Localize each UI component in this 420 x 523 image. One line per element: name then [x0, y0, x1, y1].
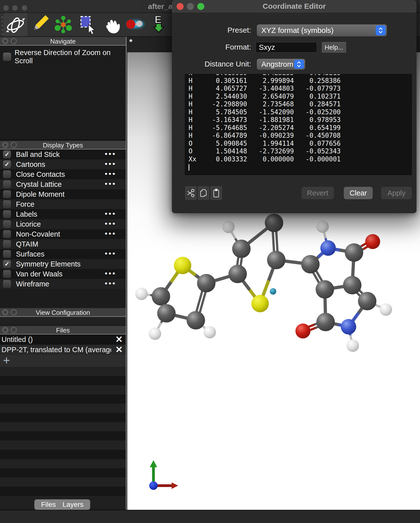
- draw-tool-button[interactable]: [27, 13, 51, 36]
- settings-dots-button[interactable]: •••: [105, 150, 116, 158]
- help-button[interactable]: Help...: [322, 42, 346, 53]
- coordinate-row: H 4.065727 -3.404803 -0.077973: [189, 85, 412, 93]
- clear-button[interactable]: Clear: [344, 187, 373, 199]
- settings-dots-button[interactable]: •••: [105, 160, 116, 168]
- zoom-window-icon[interactable]: [22, 5, 27, 11]
- coordinate-row: H 2.544030 2.654079 0.102371: [189, 93, 412, 101]
- settings-dots-button[interactable]: •••: [105, 229, 116, 238]
- display-type-checkbox[interactable]: ✓: [3, 260, 11, 268]
- dialog-titlebar[interactable]: Coordinate Editor: [172, 0, 417, 13]
- settings-dots-button[interactable]: •••: [105, 219, 116, 228]
- file-row[interactable]: Untitled ()✕: [0, 334, 126, 345]
- display-type-checkbox[interactable]: [3, 220, 11, 228]
- display-type-row: Surfaces•••: [0, 249, 126, 259]
- distance-unit-dropdown[interactable]: Angstrom: [257, 59, 305, 70]
- display-type-checkbox[interactable]: [3, 210, 11, 218]
- tab-files[interactable]: Files: [41, 501, 56, 509]
- display-type-checkbox[interactable]: [3, 170, 11, 178]
- coordinate-row: H -5.764685 -2.205274 0.654199: [189, 124, 412, 132]
- dropdown-stepper-icon: [294, 60, 304, 69]
- rotate-icon: [4, 13, 27, 36]
- atom-c: [228, 265, 247, 283]
- display-type-checkbox[interactable]: [3, 240, 11, 248]
- display-type-row: Dipole Moment: [0, 189, 126, 199]
- atom-c: [343, 276, 361, 294]
- atom-c: [157, 304, 176, 323]
- toolbar-drag-handle[interactable]: [1, 16, 3, 35]
- format-value: Sxyz: [259, 43, 275, 52]
- reverse-zoom-checkbox[interactable]: [3, 53, 11, 61]
- cut-button[interactable]: [185, 187, 196, 199]
- bond-centric-tool-button[interactable]: [123, 13, 147, 36]
- manipulate-tool-button[interactable]: [51, 13, 75, 36]
- display-type-row: Crystal Lattice•••: [0, 179, 126, 189]
- minimize-window-icon[interactable]: [12, 5, 18, 11]
- display-type-checkbox[interactable]: ✓: [3, 160, 11, 168]
- atom-c: [345, 243, 363, 262]
- atom-c: [316, 313, 335, 331]
- files-list: Untitled ()✕DPP-2T, translated to CM (av…: [0, 334, 126, 355]
- settings-dots-button[interactable]: •••: [105, 279, 116, 288]
- display-type-label: Dipole Moment: [16, 190, 65, 198]
- hand-tool-button[interactable]: [99, 13, 123, 36]
- display-type-checkbox[interactable]: [3, 230, 11, 238]
- atom-c: [267, 251, 285, 269]
- panel-title: Navigate: [0, 38, 126, 45]
- format-label: Format:: [172, 43, 251, 51]
- format-input[interactable]: Sxyz: [256, 42, 317, 53]
- coordinates-textarea[interactable]: N 3.619989 2.425233 0.043218H 0.305161 2…: [185, 74, 412, 175]
- revert-button[interactable]: Revert: [301, 187, 334, 199]
- display-type-label: Non-Covalent: [16, 230, 60, 238]
- atom-s: [251, 295, 269, 312]
- coordinate-row: H -2.298890 2.735468 0.284571: [189, 100, 412, 108]
- tab-layers[interactable]: Layers: [63, 501, 83, 509]
- close-file-button[interactable]: ✕: [115, 346, 123, 353]
- paste-button[interactable]: [211, 187, 222, 199]
- settings-dots-button[interactable]: •••: [105, 180, 116, 188]
- display-type-label: Wireframe: [16, 280, 49, 288]
- display-type-checkbox[interactable]: [3, 200, 11, 208]
- close-window-icon[interactable]: [3, 5, 9, 11]
- display-type-label: Close Contacts: [16, 170, 65, 179]
- display-type-checkbox[interactable]: [3, 180, 11, 188]
- settings-dots-button[interactable]: •••: [105, 269, 116, 278]
- atom-h: [135, 288, 148, 300]
- display-type-checkbox[interactable]: [3, 270, 11, 278]
- coordinate-row: H 5.784505 -1.542090 -0.025200: [189, 108, 412, 116]
- file-row[interactable]: DPP-2T, translated to CM (average m✕: [0, 345, 126, 355]
- settings-dots-button[interactable]: •••: [105, 209, 116, 218]
- settings-dots-button[interactable]: •••: [105, 170, 116, 178]
- display-type-row: Force: [0, 199, 126, 209]
- scissors-icon: [187, 188, 195, 198]
- pencil-icon: [28, 13, 51, 36]
- window-bottom-strip: [0, 510, 420, 523]
- reverse-zoom-label: Reverse Direction of Zoom on Scroll: [15, 49, 126, 65]
- atom-c: [187, 311, 205, 329]
- coordinate-row: O 1.504148 -2.732699 -0.052343: [189, 147, 412, 155]
- coordinate-row: N 3.619989 2.425233 0.043218: [189, 74, 412, 77]
- atom-xx: [270, 288, 276, 295]
- preset-dropdown[interactable]: XYZ format (symbols): [257, 24, 387, 36]
- auto-optimize-tool-button[interactable]: E: [147, 13, 171, 36]
- display-type-checkbox[interactable]: [3, 280, 11, 288]
- molecule-icon: [52, 13, 75, 36]
- display-type-row: Close Contacts•••: [0, 169, 126, 179]
- add-file-button[interactable]: +: [3, 353, 10, 367]
- atom-o: [365, 234, 380, 249]
- axes-widget: [149, 460, 178, 490]
- atom-o: [295, 324, 310, 338]
- display-type-checkbox[interactable]: ✓: [3, 150, 11, 158]
- atom-n: [320, 240, 336, 256]
- copy-button[interactable]: [198, 187, 209, 199]
- display-type-checkbox[interactable]: [3, 190, 11, 198]
- atom-c: [358, 292, 376, 310]
- select-tool-button[interactable]: [75, 13, 99, 36]
- file-label: DPP-2T, translated to CM (average m: [1, 346, 111, 354]
- rotate-tool-button[interactable]: [3, 13, 27, 36]
- selection-icon: [76, 13, 99, 36]
- close-file-button[interactable]: ✕: [115, 336, 123, 343]
- display-type-label: Labels: [16, 210, 37, 218]
- apply-button[interactable]: Apply: [381, 187, 412, 199]
- settings-dots-button[interactable]: •••: [105, 249, 116, 258]
- display-type-checkbox[interactable]: [3, 250, 11, 258]
